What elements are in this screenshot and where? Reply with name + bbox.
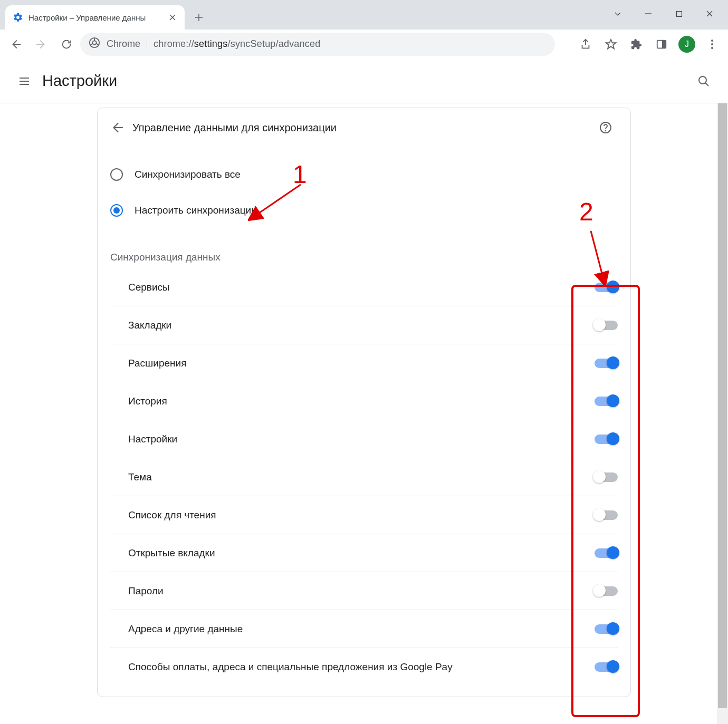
- menu-button[interactable]: [701, 33, 724, 56]
- back-button[interactable]: [105, 115, 129, 140]
- omnibox-url: chrome://settings/syncSetup/advanced: [154, 38, 320, 50]
- toggle-knob: [607, 660, 619, 673]
- toggle-switch[interactable]: [595, 586, 618, 596]
- toggle-row: Список для чтения: [110, 496, 618, 534]
- toggle-knob: [607, 622, 619, 635]
- svg-point-10: [605, 130, 606, 131]
- svg-rect-4: [662, 40, 666, 48]
- window-close-button[interactable]: [694, 3, 725, 24]
- toggle-row: Тема: [110, 458, 618, 496]
- avatar: J: [678, 36, 695, 53]
- toggle-knob: [607, 356, 619, 369]
- toggle-switch[interactable]: [595, 624, 618, 634]
- toggle-row: История: [110, 382, 618, 420]
- toggle-label: Тема: [128, 471, 595, 483]
- toggle-knob: [607, 546, 619, 559]
- sidepanel-button[interactable]: [650, 33, 673, 56]
- toggle-label: Сервисы: [128, 282, 595, 293]
- toggle-label: История: [128, 395, 595, 407]
- sync-toggle-list: СервисыЗакладкиРасширенияИсторияНастройк…: [98, 268, 630, 697]
- toggle-label: Расширения: [128, 358, 595, 369]
- toggle-knob: [593, 318, 606, 331]
- settings-card: Управление данными для синхронизации Син…: [97, 108, 631, 697]
- bookmark-button[interactable]: [599, 33, 622, 56]
- toggle-row: Закладки: [110, 306, 618, 344]
- toggle-row: Открытые вкладки: [110, 534, 618, 572]
- toggle-label: Настройки: [128, 433, 595, 445]
- toggle-switch[interactable]: [595, 472, 618, 482]
- card-title: Управление данными для синхронизации: [132, 122, 337, 134]
- radio-icon: [110, 204, 123, 217]
- omnibox[interactable]: Chrome chrome://settings/syncSetup/advan…: [80, 33, 555, 56]
- new-tab-button[interactable]: [190, 8, 208, 26]
- toggle-row: Сервисы: [110, 268, 618, 306]
- window-titlebar: Настройки – Управление данны: [0, 0, 728, 30]
- toggle-row: Пароли: [110, 572, 618, 610]
- toggle-label: Адреса и другие данные: [128, 623, 595, 635]
- toggle-switch[interactable]: [595, 283, 618, 292]
- help-button[interactable]: [593, 115, 618, 140]
- svg-point-6: [711, 43, 713, 45]
- toggle-row: Адреса и другие данные: [110, 610, 618, 648]
- svg-point-5: [711, 40, 713, 42]
- svg-point-8: [699, 76, 706, 84]
- sync-mode-radio-group: Синхронизировать все Настроить синхрониз…: [98, 147, 630, 242]
- page-header: Настройки: [0, 59, 728, 103]
- toggle-switch[interactable]: [595, 435, 618, 444]
- toggle-label: Открытые вкладки: [128, 547, 595, 559]
- window-controls: [602, 3, 725, 24]
- reload-button[interactable]: [55, 33, 78, 56]
- chrome-icon: [89, 37, 100, 51]
- search-button[interactable]: [691, 69, 716, 94]
- browser-toolbar: Chrome chrome://settings/syncSetup/advan…: [0, 30, 728, 59]
- extensions-button[interactable]: [625, 33, 648, 56]
- svg-point-7: [711, 47, 713, 49]
- svg-point-2: [92, 41, 96, 44]
- toggle-knob: [593, 584, 606, 597]
- omnibox-divider: [147, 38, 147, 50]
- toggle-switch[interactable]: [595, 510, 618, 520]
- toggle-knob: [607, 281, 619, 293]
- nav-forward-button[interactable]: [30, 33, 53, 56]
- share-button[interactable]: [574, 33, 597, 56]
- radio-label: Настроить синхронизацию: [135, 205, 259, 216]
- toggle-row: Способы оплаты, адреса и специальные пре…: [110, 648, 618, 686]
- toggle-label: Закладки: [128, 320, 595, 331]
- toggle-switch[interactable]: [595, 359, 618, 368]
- browser-tab[interactable]: Настройки – Управление данны: [5, 5, 185, 30]
- toggle-row: Настройки: [110, 420, 618, 458]
- toggle-label: Пароли: [128, 585, 595, 597]
- toggle-knob: [593, 508, 606, 521]
- window-maximize-button[interactable]: [664, 3, 694, 24]
- omnibox-secure-label: Chrome: [107, 38, 140, 50]
- section-label: Синхронизация данных: [98, 242, 630, 268]
- toggle-row: Расширения: [110, 344, 618, 382]
- radio-sync-all[interactable]: Синхронизировать все: [110, 157, 618, 192]
- tab-title: Настройки – Управление данны: [28, 13, 162, 22]
- toggle-switch[interactable]: [595, 321, 618, 330]
- toggle-switch[interactable]: [595, 548, 618, 558]
- gear-icon: [13, 12, 23, 23]
- toggle-knob: [607, 432, 619, 445]
- page-title: Настройки: [42, 72, 117, 90]
- svg-rect-0: [676, 11, 682, 16]
- toggle-label: Способы оплаты, адреса и специальные пре…: [128, 661, 595, 673]
- close-tab-button[interactable]: [168, 13, 177, 22]
- window-dropdown-button[interactable]: [602, 3, 633, 24]
- radio-customize-sync[interactable]: Настроить синхронизацию: [110, 192, 618, 228]
- profile-button[interactable]: J: [675, 33, 698, 56]
- toggle-knob: [607, 394, 619, 407]
- radio-label: Синхронизировать все: [135, 169, 241, 180]
- toggle-knob: [593, 470, 606, 483]
- toggle-switch[interactable]: [595, 397, 618, 406]
- radio-icon: [110, 168, 123, 181]
- toggle-label: Список для чтения: [128, 509, 595, 521]
- hamburger-menu-button[interactable]: [12, 69, 37, 94]
- nav-back-button[interactable]: [4, 33, 27, 56]
- window-minimize-button[interactable]: [633, 3, 664, 24]
- toggle-switch[interactable]: [595, 662, 618, 672]
